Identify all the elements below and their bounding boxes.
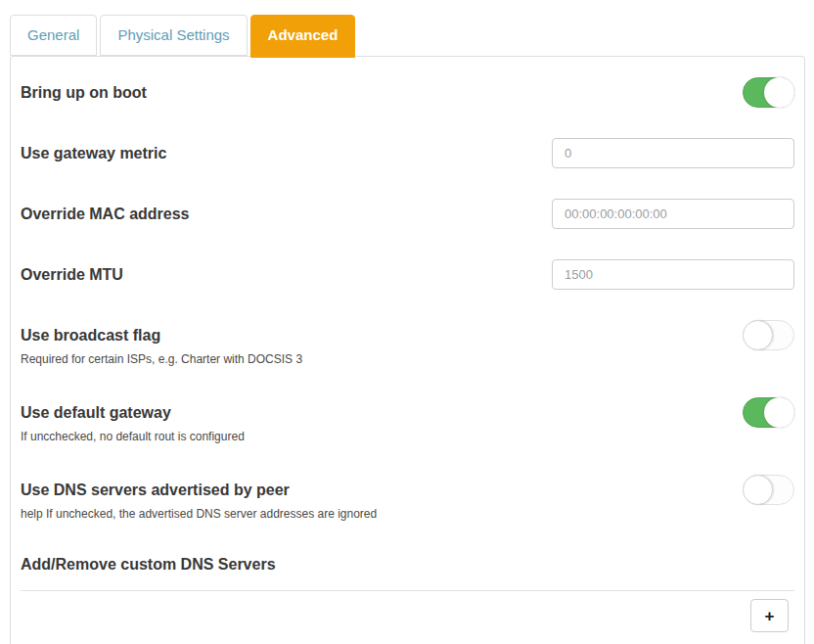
toggle-knob-icon bbox=[764, 397, 794, 428]
setting-row-broadcast-flag: Use broadcast flag Required for certain … bbox=[21, 320, 794, 366]
setting-row-bring-up-on-boot: Bring up on boot bbox=[21, 77, 794, 108]
setting-label: Override MAC address bbox=[21, 199, 552, 229]
interface-settings-page: { "tabs": [ { "label": "General", "activ… bbox=[0, 0, 814, 644]
setting-description: If uncchecked, no default rout is config… bbox=[21, 430, 743, 443]
setting-description: help If unchecked, the advertised DNS se… bbox=[21, 507, 743, 521]
peer-dns-toggle[interactable] bbox=[743, 475, 794, 505]
tab-general[interactable]: General bbox=[10, 15, 97, 56]
bring-up-on-boot-toggle[interactable] bbox=[743, 77, 794, 108]
setting-row-peer-dns: Use DNS servers advertised by peer help … bbox=[21, 475, 794, 521]
setting-label: Bring up on boot bbox=[21, 77, 743, 108]
tab-bar: General Physical Settings Advanced bbox=[10, 15, 805, 56]
gateway-metric-input[interactable] bbox=[552, 138, 794, 168]
tab-physical-settings[interactable]: Physical Settings bbox=[100, 15, 247, 56]
tab-advanced[interactable]: Advanced bbox=[250, 15, 356, 58]
broadcast-flag-toggle[interactable] bbox=[743, 320, 794, 350]
setting-row-override-mac: Override MAC address bbox=[21, 199, 794, 229]
add-dns-server-button[interactable]: + bbox=[750, 599, 789, 632]
custom-dns-section-heading: Add/Remove custom DNS Servers bbox=[21, 552, 794, 576]
setting-label: Use broadcast flag bbox=[21, 320, 743, 350]
override-mac-input[interactable] bbox=[552, 199, 794, 229]
setting-description: Required for certain ISPs, e.g. Charter … bbox=[21, 352, 743, 366]
section-divider bbox=[21, 590, 794, 591]
setting-row-default-gateway: Use default gateway If uncchecked, no de… bbox=[21, 397, 794, 443]
advanced-settings-panel: Bring up on boot Use gateway metric Over… bbox=[10, 56, 805, 644]
setting-row-override-mtu: Override MTU bbox=[21, 259, 794, 290]
setting-label: Override MTU bbox=[21, 259, 552, 290]
override-mtu-input[interactable] bbox=[552, 259, 794, 290]
dns-button-row: + bbox=[21, 599, 794, 632]
setting-row-gateway-metric: Use gateway metric bbox=[21, 138, 794, 168]
setting-label: Use gateway metric bbox=[21, 138, 552, 168]
toggle-knob-icon bbox=[743, 475, 773, 505]
setting-label: Use default gateway bbox=[21, 397, 743, 428]
setting-label: Use DNS servers advertised by peer bbox=[21, 475, 743, 505]
toggle-knob-icon bbox=[743, 320, 773, 350]
toggle-knob-icon bbox=[764, 77, 794, 108]
default-gateway-toggle[interactable] bbox=[743, 397, 794, 428]
